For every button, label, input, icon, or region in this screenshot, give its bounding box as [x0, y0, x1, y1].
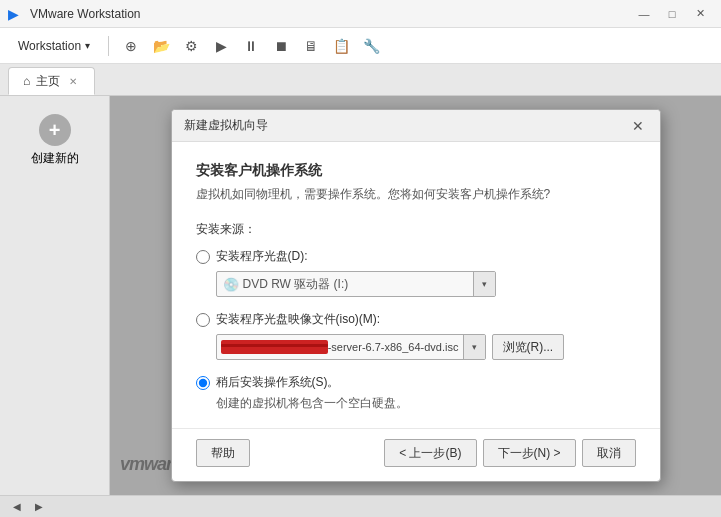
install-source-options: 安装程序光盘(D): 💿 DVD RW 驱动器 (I:) ▾	[196, 248, 636, 412]
maximize-button[interactable]: □	[659, 4, 685, 24]
toolbar-btn-1[interactable]: ⊕	[117, 32, 145, 60]
disc-dropdown-arrow[interactable]: ▾	[473, 272, 495, 296]
app-logo-icon: ▶	[8, 6, 24, 22]
content-area: vmware ☁ VMwarevud Air 新建虚拟机向导 ✕ 安装客户机操作…	[110, 96, 721, 495]
later-radio-input[interactable]	[196, 376, 210, 390]
sidebar: + 创建新的	[0, 96, 110, 495]
create-new-button[interactable]: + 创建新的	[8, 106, 101, 175]
later-option: 稍后安装操作系统(S)。 创建的虚拟机将包含一个空白硬盘。	[196, 374, 636, 412]
home-icon: ⌂	[23, 74, 30, 88]
minimize-button[interactable]: —	[631, 4, 657, 24]
redacted-text	[221, 340, 328, 354]
dialog-main-title: 安装客户机操作系统	[196, 162, 636, 180]
title-bar: ▶ VMware Workstation — □ ✕	[0, 0, 721, 28]
next-button[interactable]: 下一步(N) >	[483, 439, 576, 467]
scroll-right-button[interactable]: ▶	[30, 499, 48, 515]
toolbar-btn-9[interactable]: 🔧	[357, 32, 385, 60]
iso-option: 安装程序光盘映像文件(iso)(M): -server-6.7-x86_64-d…	[196, 311, 636, 360]
toolbar-btn-5[interactable]: ⏸	[237, 32, 265, 60]
plus-icon: +	[39, 114, 71, 146]
status-bar: ◀ ▶	[0, 495, 721, 517]
workstation-menu[interactable]: Workstation ▾	[8, 35, 100, 57]
iso-radio-input[interactable]	[196, 313, 210, 327]
toolbar-btn-6[interactable]: ⏹	[267, 32, 295, 60]
toolbar-btn-3[interactable]: ⚙	[177, 32, 205, 60]
scroll-controls: ◀ ▶	[8, 499, 48, 515]
disc-drive-dropdown[interactable]: 💿 DVD RW 驱动器 (I:) ▾	[216, 271, 496, 297]
tab-bar: ⌂ 主页 ✕	[0, 64, 721, 96]
toolbar-btn-4[interactable]: ▶	[207, 32, 235, 60]
dialog-title-bar: 新建虚拟机向导 ✕	[172, 110, 660, 142]
tab-home[interactable]: ⌂ 主页 ✕	[8, 67, 95, 95]
dialog-subtitle: 虚拟机如同物理机，需要操作系统。您将如何安装客户机操作系统?	[196, 186, 636, 203]
disc-icon: 💿	[223, 277, 239, 292]
help-button[interactable]: 帮助	[196, 439, 250, 467]
dialog-footer: 帮助 < 上一步(B) 下一步(N) > 取消	[172, 428, 660, 481]
create-new-label: 创建新的	[31, 150, 79, 167]
iso-field-content: -server-6.7-x86_64-dvd.isc	[217, 340, 463, 354]
toolbar-separator	[108, 36, 109, 56]
iso-file-field[interactable]: -server-6.7-x86_64-dvd.isc ▾	[216, 334, 486, 360]
new-vm-dialog: 新建虚拟机向导 ✕ 安装客户机操作系统 虚拟机如同物理机，需要操作系统。您将如何…	[171, 109, 661, 482]
tab-close-icon[interactable]: ✕	[66, 74, 80, 88]
later-install-description: 创建的虚拟机将包含一个空白硬盘。	[216, 395, 636, 412]
dialog-title: 新建虚拟机向导	[184, 117, 628, 134]
window-controls: — □ ✕	[631, 4, 713, 24]
toolbar-btn-8[interactable]: 📋	[327, 32, 355, 60]
dialog-body: 安装客户机操作系统 虚拟机如同物理机，需要操作系统。您将如何安装客户机操作系统?…	[172, 142, 660, 428]
dialog-overlay: 新建虚拟机向导 ✕ 安装客户机操作系统 虚拟机如同物理机，需要操作系统。您将如何…	[110, 96, 721, 495]
main-area: + 创建新的 vmware ☁ VMwarevud Air 新建虚拟机向导 ✕	[0, 96, 721, 495]
source-label: 安装来源：	[196, 221, 636, 238]
later-radio-label[interactable]: 稍后安装操作系统(S)。	[196, 374, 636, 391]
footer-left: 帮助	[196, 439, 250, 467]
disc-dropdown-container: 💿 DVD RW 驱动器 (I:) ▾	[216, 271, 636, 297]
toolbar-icons: ⊕ 📂 ⚙ ▶ ⏸ ⏹ 🖥 📋 🔧	[117, 32, 385, 60]
dialog-header: 安装客户机操作系统 虚拟机如同物理机，需要操作系统。您将如何安装客户机操作系统?	[196, 162, 636, 203]
toolbar-btn-7[interactable]: 🖥	[297, 32, 325, 60]
scroll-left-button[interactable]: ◀	[8, 499, 26, 515]
footer-right: < 上一步(B) 下一步(N) > 取消	[384, 439, 635, 467]
iso-radio-label[interactable]: 安装程序光盘映像文件(iso)(M):	[196, 311, 636, 328]
disc-option: 安装程序光盘(D): 💿 DVD RW 驱动器 (I:) ▾	[196, 248, 636, 297]
menu-bar: Workstation ▾ ⊕ 📂 ⚙ ▶ ⏸ ⏹ 🖥 📋 🔧	[0, 28, 721, 64]
iso-field-container: -server-6.7-x86_64-dvd.isc ▾ 浏览(R)...	[216, 334, 636, 360]
close-button[interactable]: ✕	[687, 4, 713, 24]
disc-drive-text: 💿 DVD RW 驱动器 (I:)	[217, 276, 473, 293]
cancel-button[interactable]: 取消	[582, 439, 636, 467]
disc-radio-input[interactable]	[196, 250, 210, 264]
app-title: VMware Workstation	[30, 7, 625, 21]
disc-radio-label[interactable]: 安装程序光盘(D):	[196, 248, 636, 265]
toolbar-btn-2[interactable]: 📂	[147, 32, 175, 60]
prev-button[interactable]: < 上一步(B)	[384, 439, 476, 467]
iso-field-arrow[interactable]: ▾	[463, 335, 485, 359]
dialog-close-button[interactable]: ✕	[628, 116, 648, 136]
browse-button[interactable]: 浏览(R)...	[492, 334, 565, 360]
